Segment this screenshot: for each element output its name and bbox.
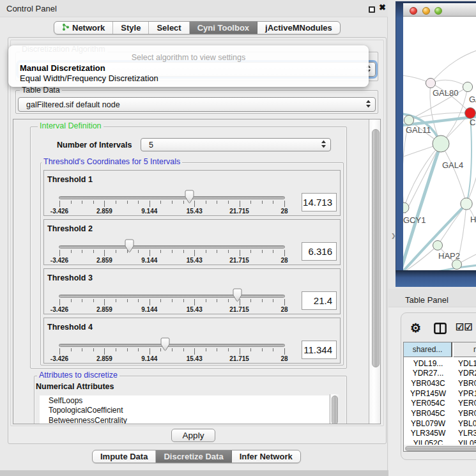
network-edge[interactable] xyxy=(431,50,476,83)
slider-tick-label: 9.144 xyxy=(141,306,157,313)
column-header-name[interactable]: name xyxy=(454,342,476,357)
network-node-hap2[interactable] xyxy=(433,241,443,250)
slider-minor-tick xyxy=(183,299,184,302)
settings-scrollbar-thumb[interactable] xyxy=(372,129,380,367)
algorithm-popup-placeholder[interactable]: Select algorithm to view settings xyxy=(8,53,369,62)
close-icon[interactable]: ✖ xyxy=(379,3,386,12)
settings-scrollbar[interactable] xyxy=(369,119,381,424)
tab-cyni-toolbox[interactable]: Cyni Toolbox xyxy=(190,22,257,34)
gear-icon[interactable]: ⚙ xyxy=(410,321,421,335)
slider-track[interactable] xyxy=(59,344,285,347)
cell-name: YER054C xyxy=(458,399,476,408)
network-node-ga[interactable] xyxy=(463,82,472,91)
slider-tick-label: 15.43 xyxy=(187,257,203,264)
slider-major-tick xyxy=(59,201,60,207)
algorithm-popup-item[interactable]: Manual Discretization xyxy=(20,63,105,73)
tab-infer-network[interactable]: Infer Network xyxy=(232,450,300,463)
slider-minor-tick xyxy=(172,348,173,351)
slider-thumb[interactable] xyxy=(185,190,194,204)
threshold-value-field[interactable]: 14.713 xyxy=(302,193,337,211)
threshold-value-field[interactable]: 11.344 xyxy=(302,341,337,359)
cell-name: YBR043C xyxy=(458,379,476,388)
slider-minor-tick xyxy=(71,299,72,302)
threshold-value-field[interactable]: 6.316 xyxy=(302,242,337,261)
control-panel-titlebar: Control Panel ✖ xyxy=(0,0,388,17)
cell-shared-name: YLR345W xyxy=(404,429,452,438)
column-header-shared-name[interactable]: shared... xyxy=(404,342,452,357)
minimize-light-amber[interactable] xyxy=(422,7,430,15)
slider-track[interactable] xyxy=(59,196,285,199)
network-node-red[interactable] xyxy=(465,108,476,119)
table-row[interactable]: YBL079WYBL079W xyxy=(404,419,476,429)
algorithm-popup-item[interactable]: Equal Width/Frequency Discretization xyxy=(20,73,158,83)
slider-thumb[interactable] xyxy=(160,337,170,351)
table-row[interactable]: YBR045CYBR045C xyxy=(404,409,476,419)
close-light-red[interactable] xyxy=(410,7,417,15)
attribute-list-item[interactable]: BetweennessCentrality xyxy=(40,415,329,424)
tab-jactivemnodules[interactable]: jActiveMNodules xyxy=(257,22,340,34)
table-panel-titlebar: Table Panel xyxy=(388,289,476,307)
network-canvas[interactable]: GAL80GACGAL11GAL4GCY1HHAP2 xyxy=(403,17,476,270)
network-node-label: GCY1 xyxy=(403,215,426,225)
slider-major-tick xyxy=(194,348,195,355)
table-horizontal-scrollbar-thumb[interactable] xyxy=(405,446,476,451)
slider-major-tick xyxy=(194,250,195,256)
network-node-gal80[interactable] xyxy=(426,78,435,88)
slider-minor-tick xyxy=(82,201,82,204)
slider-track[interactable] xyxy=(59,295,285,298)
apply-button[interactable]: Apply xyxy=(171,429,215,442)
attribute-list-item[interactable]: SelfLoops xyxy=(40,395,329,406)
slider-thumb[interactable] xyxy=(125,239,134,253)
network-node-label: GAL4 xyxy=(442,160,463,170)
table-data-combobox[interactable]: galFiltered.sif default node xyxy=(18,97,376,112)
threshold-value-field[interactable]: 21.4 xyxy=(302,291,337,310)
checkbox-icon[interactable]: ☑☑ xyxy=(456,322,473,332)
network-node-n9[interactable] xyxy=(452,260,462,270)
tab-discretize-data[interactable]: Discretize Data xyxy=(156,450,231,463)
slider-major-tick xyxy=(194,299,195,305)
slider-minor-tick xyxy=(82,348,82,351)
tab-network[interactable]: Network xyxy=(54,22,113,34)
slider-minor-tick xyxy=(71,250,72,253)
slider-major-tick xyxy=(240,250,240,256)
slider-tick-label: 21.715 xyxy=(229,257,249,264)
threshold-panel: Threshold 3-3.4262.8599.14415.4321.71528… xyxy=(43,268,341,314)
slider-minor-tick xyxy=(116,299,116,302)
attribute-list-item[interactable]: TopologicalCoefficient xyxy=(40,406,329,416)
network-node-h[interactable] xyxy=(461,198,472,210)
zoom-light-green[interactable] xyxy=(434,7,442,15)
slider-minor-tick xyxy=(127,299,128,302)
network-node-gal11[interactable] xyxy=(404,115,413,125)
tab-style[interactable]: Style xyxy=(113,22,149,34)
slider-minor-tick xyxy=(160,250,161,253)
network-node-gcy1[interactable] xyxy=(403,203,409,213)
tab-impute-data[interactable]: Impute Data xyxy=(93,450,156,463)
slider-minor-tick xyxy=(262,299,263,302)
attributes-list-scrollbar[interactable] xyxy=(330,394,339,424)
tab-select[interactable]: Select xyxy=(149,22,189,34)
slider-minor-tick xyxy=(172,250,173,253)
float-window-icon[interactable] xyxy=(369,6,375,13)
numerical-attributes-list[interactable]: SelfLoopsTopologicalCoefficientBetweenne… xyxy=(40,395,329,424)
table-row[interactable]: YER054CYER054C xyxy=(404,399,476,409)
slider-major-tick xyxy=(104,299,105,305)
cell-shared-name: YDL19... xyxy=(404,359,452,368)
network-window-bottom-frame xyxy=(395,270,476,287)
slider-major-tick xyxy=(104,348,105,355)
table-horizontal-scrollbar[interactable] xyxy=(404,445,476,452)
table-row[interactable]: YDL19...YDL19... xyxy=(404,359,476,369)
table-row[interactable]: YPR145WYPR145W xyxy=(404,389,476,399)
network-node-gal4[interactable] xyxy=(433,135,449,152)
table-row[interactable]: YBR043CYBR043C xyxy=(404,379,476,389)
slider-track[interactable] xyxy=(59,245,285,249)
attributes-list-scrollbar-thumb[interactable] xyxy=(332,395,338,424)
network-edge[interactable] xyxy=(441,144,466,204)
network-edge-highlighted[interactable] xyxy=(403,265,476,270)
table-row[interactable]: YLR345WYLR345W xyxy=(404,429,476,439)
network-node-label: HAP2 xyxy=(438,251,460,261)
slider-minor-tick xyxy=(160,299,161,302)
splitter-arrow-icon[interactable]: ❯ xyxy=(391,233,396,239)
table-row[interactable]: YDR27...YDR27... xyxy=(404,369,476,379)
split-columns-icon[interactable] xyxy=(434,323,447,337)
slider-thumb[interactable] xyxy=(233,288,242,302)
